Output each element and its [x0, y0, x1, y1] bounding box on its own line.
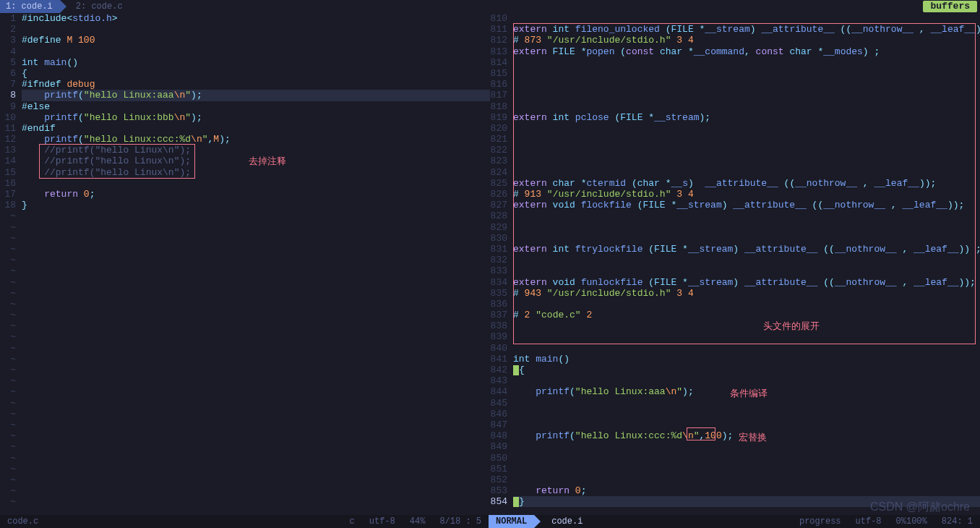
code-line[interactable]: # 943 "/usr/include/stdio.h" 3 4	[513, 288, 980, 299]
code-line[interactable]	[513, 464, 980, 474]
code-line[interactable]	[513, 331, 980, 342]
code-line[interactable]: extern char *ctermid (char *__s) __attri…	[513, 178, 980, 189]
code-line[interactable]: printf("hello Linux:ccc:%d\n",M);	[22, 134, 490, 145]
code-line[interactable]: return 0;	[513, 485, 980, 496]
status-percent-right: 0%100%	[889, 515, 934, 528]
code-line[interactable]	[513, 222, 980, 233]
code-line[interactable]	[513, 299, 980, 310]
buffers-indicator[interactable]: buffers	[923, 1, 977, 12]
code-line[interactable]	[513, 123, 980, 134]
code-line[interactable]	[513, 320, 980, 331]
code-line[interactable]	[22, 46, 490, 57]
annotation-remove-comments: 去掉注释	[249, 155, 286, 168]
code-line[interactable]	[513, 409, 980, 420]
code-line[interactable]	[513, 343, 980, 354]
status-file-right: code.i	[544, 515, 590, 528]
code-line[interactable]: int main()	[513, 354, 980, 365]
status-progress: progress	[792, 515, 848, 528]
status-encoding-right: utf-8	[848, 515, 889, 528]
code-line[interactable]: {	[513, 365, 980, 375]
status-left: code.c c utf-8 44% 8/18 : 5	[0, 515, 489, 528]
code-line[interactable]	[513, 420, 980, 430]
code-line[interactable]: #endif	[22, 123, 490, 134]
code-line[interactable]	[513, 68, 980, 79]
code-line[interactable]: # 873 "/usr/include/stdio.h" 3 4	[513, 35, 980, 46]
code-line[interactable]: extern int ftrylockfile (FILE *__stream)…	[513, 244, 980, 255]
code-line[interactable]	[513, 156, 980, 166]
code-line[interactable]	[513, 13, 980, 24]
code-line[interactable]: #include<stdio.h>	[22, 13, 490, 24]
code-line[interactable]: # 2 "code.c" 2	[513, 310, 980, 320]
right-gutter: 8108118128138148158168178188198208218228…	[490, 13, 513, 515]
code-line[interactable]	[513, 134, 980, 145]
annotation-macro-replace: 宏替换	[739, 431, 767, 444]
code-line[interactable]	[513, 79, 980, 90]
left-code[interactable]: #include<stdio.h>#define M 100int main()…	[22, 13, 490, 515]
code-line[interactable]: int main()	[22, 57, 490, 68]
code-line[interactable]	[513, 57, 980, 68]
watermark: CSDN @阿赭ochre	[870, 500, 970, 515]
status-right: NORMAL code.i progress utf-8 0%100% 824:…	[489, 515, 980, 528]
code-line[interactable]: # 913 "/usr/include/stdio.h" 3 4	[513, 189, 980, 200]
code-line[interactable]: printf("hello Linux:aaa\n");	[22, 90, 490, 101]
annotation-header-expand: 头文件的展开	[763, 320, 820, 333]
annotation-cond-compile: 条件编译	[730, 387, 768, 400]
mode-indicator: NORMAL	[489, 515, 534, 528]
code-line[interactable]: }	[22, 200, 490, 210]
status-encoding-left: utf-8	[362, 515, 403, 528]
code-line[interactable]	[513, 101, 980, 112]
right-pane[interactable]: 8108118128138148158168178188198208218228…	[490, 13, 980, 515]
code-line[interactable]: extern void flockfile (FILE *__stream) _…	[513, 200, 980, 210]
code-line[interactable]: #ifndef debug	[22, 79, 490, 90]
code-line[interactable]	[513, 233, 980, 244]
code-line[interactable]: printf("hello Linux:bbb\n");	[22, 112, 490, 123]
status-position-left: 8/18 : 5	[432, 515, 489, 528]
code-line[interactable]: #define M 100	[22, 35, 490, 46]
right-code[interactable]: extern int fileno_unlocked (FILE *__stre…	[513, 13, 980, 515]
left-gutter: 123456789101112131415161718~~~~~~~~~~~~~…	[0, 13, 22, 515]
status-percent-left: 44%	[403, 515, 433, 528]
status-filetype: c	[343, 515, 362, 528]
code-line[interactable]	[513, 255, 980, 265]
code-line[interactable]	[513, 265, 980, 276]
code-line[interactable]	[513, 474, 980, 485]
code-line[interactable]	[513, 453, 980, 464]
code-line[interactable]: extern int fileno_unlocked (FILE *__stre…	[513, 24, 980, 35]
code-line[interactable]: //printf("hello Linux\n");	[22, 167, 490, 178]
code-line[interactable]: return 0;	[22, 189, 490, 200]
tabline: 1: code.i 2: code.c buffers	[0, 0, 980, 13]
code-line[interactable]: extern int pclose (FILE *__stream);	[513, 112, 980, 123]
code-line[interactable]	[513, 375, 980, 386]
tab-code-c[interactable]: 2: code.c	[70, 0, 130, 13]
tab-code-i[interactable]: 1: code.i	[0, 0, 60, 13]
code-line[interactable]: extern FILE *popen (const char *__comman…	[513, 46, 980, 57]
code-line[interactable]	[22, 24, 490, 35]
code-line[interactable]: {	[22, 68, 490, 79]
code-line[interactable]	[22, 178, 490, 189]
code-line[interactable]: extern void funlockfile (FILE *__stream)…	[513, 277, 980, 288]
code-line[interactable]	[513, 90, 980, 101]
status-position-right: 824: 1	[934, 515, 980, 528]
editor-split: 123456789101112131415161718~~~~~~~~~~~~~…	[0, 13, 980, 515]
code-line[interactable]	[513, 145, 980, 156]
code-line[interactable]	[513, 210, 980, 221]
status-file-left: code.c	[0, 515, 46, 528]
left-pane[interactable]: 123456789101112131415161718~~~~~~~~~~~~~…	[0, 13, 490, 515]
code-line[interactable]: #else	[22, 101, 490, 112]
code-line[interactable]	[513, 167, 980, 178]
